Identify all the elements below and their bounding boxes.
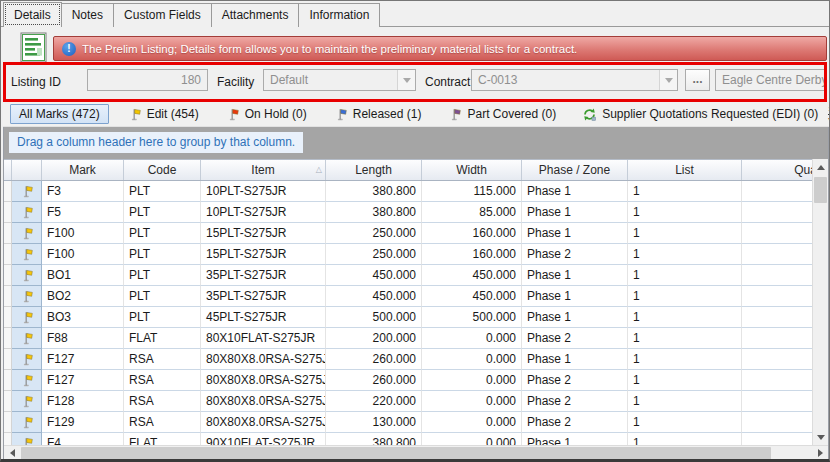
cell-item[interactable]: 80X80X8.0RSA-S275JR [201, 349, 326, 370]
cell-item[interactable]: 15PLT-S275JR [201, 223, 326, 244]
cell-length[interactable]: 380.800 [326, 202, 422, 223]
cell-phase-zone[interactable]: Phase 2 [522, 328, 628, 349]
cell-width[interactable]: 0.000 [422, 349, 522, 370]
cell-phase-zone[interactable]: Phase 1 [522, 307, 628, 328]
cell-length[interactable]: 260.000 [326, 370, 422, 391]
group-by-band[interactable]: Drag a column header here to group by th… [4, 127, 828, 159]
column-header-length[interactable]: Length [326, 160, 422, 180]
cell-length[interactable]: 130.000 [326, 412, 422, 433]
column-header-code[interactable]: Code [124, 160, 201, 180]
table-row[interactable]: F88FLAT80X10FLAT-S275JR200.0000.000Phase… [4, 328, 814, 349]
table-row[interactable]: F128RSA80X80X8.0RSA-S275JR220.0000.000Ph… [4, 391, 814, 412]
cell-length[interactable]: 200.000 [326, 328, 422, 349]
cell-mark[interactable]: F3 [42, 181, 124, 202]
cell-code[interactable]: FLAT [124, 433, 201, 445]
row-flag-cell[interactable] [12, 265, 42, 286]
cell-item[interactable]: 10PLT-S275JR [201, 202, 326, 223]
cell-mark[interactable]: F88 [42, 328, 124, 349]
cell-code[interactable]: RSA [124, 349, 201, 370]
cell-width[interactable]: 160.000 [422, 223, 522, 244]
cell-quantity[interactable] [742, 244, 814, 265]
filter-tab-released-1[interactable]: Released (1) [325, 104, 430, 125]
cell-quantity[interactable] [742, 370, 814, 391]
cell-length[interactable]: 380.800 [326, 433, 422, 445]
filter-tab-on-hold-0[interactable]: On Hold (0) [217, 104, 315, 125]
cell-mark[interactable]: F128 [42, 391, 124, 412]
row-flag-cell[interactable] [12, 328, 42, 349]
table-row[interactable]: F100PLT15PLT-S275JR250.000160.000Phase 1… [4, 223, 814, 244]
cell-list[interactable]: 1 [628, 181, 742, 202]
cell-phase-zone[interactable]: Phase 1 [522, 181, 628, 202]
cell-item[interactable]: 10PLT-S275JR [201, 181, 326, 202]
column-header-width[interactable]: Width [422, 160, 522, 180]
cell-list[interactable]: 1 [628, 349, 742, 370]
row-flag-cell[interactable] [12, 286, 42, 307]
cell-item[interactable]: 35PLT-S275JR [201, 265, 326, 286]
row-flag-cell[interactable] [12, 391, 42, 412]
cell-quantity[interactable] [742, 328, 814, 349]
cell-mark[interactable]: F4 [42, 433, 124, 445]
cell-width[interactable]: 450.000 [422, 265, 522, 286]
table-row[interactable]: BO1PLT35PLT-S275JR450.000450.000Phase 11 [4, 265, 814, 286]
contract-name-field[interactable]: Eagle Centre Derby [715, 69, 827, 91]
column-header-quantity[interactable]: Quantity [742, 160, 814, 180]
cell-width[interactable]: 0.000 [422, 370, 522, 391]
table-row[interactable]: BO3PLT45PLT-S275JR500.000500.000Phase 11 [4, 307, 814, 328]
tab-information[interactable]: Information [298, 3, 380, 27]
cell-phase-zone[interactable]: Phase 2 [522, 391, 628, 412]
cell-mark[interactable]: F100 [42, 244, 124, 265]
filter-tab-supplier-quotations-requested-edi-0[interactable]: Supplier Quotations Requested (EDI) (0) [574, 104, 826, 125]
cell-list[interactable]: 1 [628, 433, 742, 445]
row-flag-cell[interactable] [12, 181, 42, 202]
cell-quantity[interactable] [742, 412, 814, 433]
cell-code[interactable]: PLT [124, 286, 201, 307]
cell-length[interactable]: 450.000 [326, 265, 422, 286]
cell-item[interactable]: 45PLT-S275JR [201, 307, 326, 328]
cell-width[interactable]: 160.000 [422, 244, 522, 265]
horizontal-scrollbar-thumb[interactable] [21, 447, 771, 460]
cell-list[interactable]: 1 [628, 286, 742, 307]
cell-list[interactable]: 1 [628, 370, 742, 391]
table-row[interactable]: F5PLT10PLT-S275JR380.80085.000Phase 11 [4, 202, 814, 223]
cell-width[interactable]: 85.000 [422, 202, 522, 223]
cell-quantity[interactable] [742, 391, 814, 412]
horizontal-scrollbar[interactable] [4, 445, 828, 460]
cell-quantity[interactable] [742, 286, 814, 307]
cell-item[interactable]: 15PLT-S275JR [201, 244, 326, 265]
cell-width[interactable]: 0.000 [422, 412, 522, 433]
filter-tab-part-covered-0[interactable]: Part Covered (0) [439, 104, 564, 125]
cell-item[interactable]: 80X80X8.0RSA-S275JR [201, 391, 326, 412]
row-flag-cell[interactable] [12, 433, 42, 445]
listing-id-field[interactable]: 180 [87, 69, 208, 91]
filter-tab-edit-454[interactable]: Edit (454) [119, 104, 207, 125]
contract-browse-button[interactable]: ... [685, 69, 710, 91]
cell-code[interactable]: PLT [124, 244, 201, 265]
cell-quantity[interactable] [742, 223, 814, 244]
cell-length[interactable]: 500.000 [326, 307, 422, 328]
table-row[interactable]: F100PLT15PLT-S275JR250.000160.000Phase 2… [4, 244, 814, 265]
cell-mark[interactable]: BO1 [42, 265, 124, 286]
cell-code[interactable]: PLT [124, 307, 201, 328]
cell-length[interactable]: 250.000 [326, 223, 422, 244]
cell-width[interactable]: 115.000 [422, 181, 522, 202]
contract-dropdown-button[interactable] [659, 70, 677, 90]
cell-width[interactable]: 0.000 [422, 328, 522, 349]
contract-dropdown[interactable]: C-0013 [471, 69, 678, 91]
cell-list[interactable]: 1 [628, 202, 742, 223]
cell-length[interactable]: 220.000 [326, 391, 422, 412]
cell-list[interactable]: 1 [628, 328, 742, 349]
cell-item[interactable]: 90X10FLAT-S275JR [201, 433, 326, 445]
cell-width[interactable]: 500.000 [422, 307, 522, 328]
cell-phase-zone[interactable]: Phase 2 [522, 244, 628, 265]
cell-code[interactable]: PLT [124, 202, 201, 223]
cell-item[interactable]: 80X80X8.0RSA-S275JR [201, 412, 326, 433]
cell-mark[interactable]: F127 [42, 349, 124, 370]
cell-width[interactable]: 0.000 [422, 391, 522, 412]
vertical-scrollbar-thumb[interactable] [814, 177, 827, 203]
table-row[interactable]: BO2PLT35PLT-S275JR450.000450.000Phase 11 [4, 286, 814, 307]
table-row[interactable]: F129RSA80X80X8.0RSA-S275JR130.0000.000Ph… [4, 412, 814, 433]
cell-length[interactable]: 450.000 [326, 286, 422, 307]
column-header-list[interactable]: List [628, 160, 742, 180]
row-flag-cell[interactable] [12, 307, 42, 328]
cell-phase-zone[interactable]: Phase 1 [522, 202, 628, 223]
